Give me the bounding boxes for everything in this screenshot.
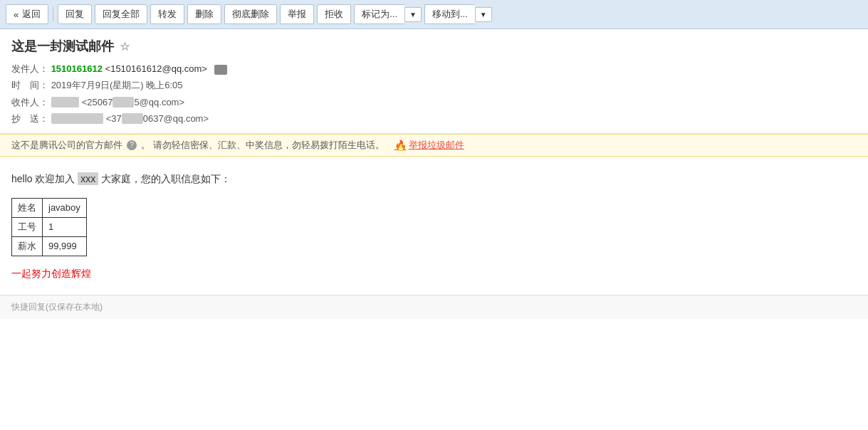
- sender-name: 1510161612: [51, 63, 103, 74]
- divider1: [53, 7, 53, 21]
- info-table: 姓名javaboy工号1薪水99,999: [11, 198, 87, 256]
- table-row: 薪水99,999: [12, 236, 87, 256]
- cc-name-blurred: 3 20637: [51, 113, 103, 124]
- reply-all-button[interactable]: 回复全部: [95, 4, 147, 24]
- cc-label: 抄 送：: [11, 113, 48, 124]
- warning-text2: 。 请勿轻信密保、汇款、中奖信息，勿轻易拨打陌生电话。: [141, 139, 385, 152]
- table-value: 1: [43, 217, 87, 236]
- to-row: 收件人： iti <25067 5@qq.com>: [11, 94, 857, 110]
- greeting-suffix: 大家庭，您的入职信息如下：: [101, 173, 231, 184]
- reject-button[interactable]: 拒收: [317, 4, 351, 24]
- warning-question-icon[interactable]: ?: [127, 140, 137, 150]
- warning-bar: 这不是腾讯公司的官方邮件 ? 。 请勿轻信密保、汇款、中奖信息，勿轻易拨打陌生电…: [0, 134, 868, 157]
- time-label: 时 间：: [11, 80, 48, 90]
- slogan: 一起努力创造辉煌: [11, 268, 857, 280]
- back-button[interactable]: « 返回: [6, 4, 48, 24]
- mark-main-button[interactable]: 标记为...: [354, 4, 404, 24]
- email-footer: 快捷回复(仅保存在本地): [0, 295, 868, 319]
- cc-addr: <37 0637@qq.com>: [106, 113, 209, 124]
- time-row: 时 间： 2019年7月9日(星期二) 晚上6:05: [11, 77, 857, 93]
- contact-icon[interactable]: [214, 65, 227, 75]
- email-subject: 这是一封测试邮件: [11, 38, 114, 55]
- sender-row: 发件人： 1510161612 <1510161612@qq.com>: [11, 61, 857, 77]
- table-key: 姓名: [12, 198, 43, 217]
- reply-button[interactable]: 回复: [58, 4, 92, 24]
- table-value: javaboy: [43, 198, 87, 217]
- email-header: 这是一封测试邮件 ☆ 发件人： 1510161612 <1510161612@q…: [0, 29, 868, 134]
- table-key: 工号: [12, 217, 43, 236]
- star-icon[interactable]: ☆: [120, 40, 130, 53]
- fire-icon: 🔥: [394, 140, 407, 151]
- back-label: 返回: [22, 8, 41, 21]
- greeting-paragraph: hello 欢迎加入 xxx 大家庭，您的入职信息如下：: [11, 171, 857, 187]
- move-arrow-button[interactable]: ▼: [475, 7, 492, 22]
- email-body: hello 欢迎加入 xxx 大家庭，您的入职信息如下： 姓名javaboy工号…: [0, 157, 868, 295]
- company-placeholder: xxx: [78, 172, 98, 185]
- delete-button[interactable]: 删除: [187, 4, 221, 24]
- warning-text1: 这不是腾讯公司的官方邮件: [11, 139, 122, 152]
- forward-button[interactable]: 转发: [150, 4, 184, 24]
- email-subject-line: 这是一封测试邮件 ☆: [11, 38, 857, 55]
- back-arrow-icon: «: [14, 9, 19, 20]
- report-button[interactable]: 举报: [280, 4, 314, 24]
- table-key: 薪水: [12, 236, 43, 256]
- greeting-text: hello 欢迎加入: [11, 173, 75, 184]
- cc-row: 抄 送： 3 20637 <37 0637@qq.com>: [11, 110, 857, 127]
- report-spam-link[interactable]: 🔥 举报垃圾邮件: [394, 139, 464, 152]
- mark-button-group: 标记为... ▼: [354, 4, 422, 24]
- move-main-button[interactable]: 移动到...: [424, 4, 475, 24]
- email-meta: 发件人： 1510161612 <1510161612@qq.com> 时 间：…: [11, 61, 857, 127]
- move-button-group: 移动到... ▼: [424, 4, 492, 24]
- sender-label: 发件人：: [11, 63, 48, 74]
- sender-addr: <1510161612@qq.com>: [105, 63, 207, 74]
- to-label: 收件人：: [11, 97, 48, 108]
- to-addr: <25067 5@qq.com>: [82, 97, 184, 108]
- delete-perm-button[interactable]: 彻底删除: [224, 4, 277, 24]
- toolbar: « 返回 回复 回复全部 转发 删除 彻底删除 举报 拒收 标记为... ▼ 移…: [0, 0, 868, 29]
- time-value: 2019年7月9日(星期二) 晚上6:05: [51, 80, 183, 90]
- to-name-blurred: iti: [51, 97, 79, 108]
- mark-arrow-button[interactable]: ▼: [404, 7, 422, 22]
- footer-hint: 快捷回复(仅保存在本地): [11, 302, 103, 312]
- table-value: 99,999: [43, 236, 87, 256]
- table-row: 姓名javaboy: [12, 198, 87, 217]
- report-spam-label: 举报垃圾邮件: [409, 139, 464, 152]
- table-row: 工号1: [12, 217, 87, 236]
